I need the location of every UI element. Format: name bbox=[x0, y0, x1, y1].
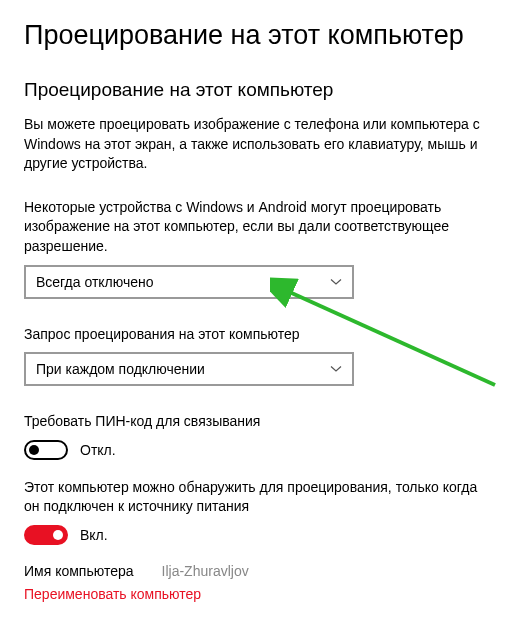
require-pin-toggle-label: Откл. bbox=[80, 442, 116, 458]
page-title: Проецирование на этот компьютер bbox=[24, 20, 481, 51]
ask-project-dropdown[interactable]: При каждом подключении bbox=[24, 352, 354, 386]
rename-computer-link[interactable]: Переименовать компьютер bbox=[24, 586, 201, 602]
description-text: Вы можете проецировать изображение с тел… bbox=[24, 115, 481, 174]
require-pin-setting-label: Требовать ПИН-код для связывания bbox=[24, 412, 481, 432]
discoverable-toggle[interactable] bbox=[24, 525, 68, 545]
ask-project-setting-label: Запрос проецирования на этот компьютер bbox=[24, 325, 481, 345]
availability-setting-label: Некоторые устройства с Windows и Android… bbox=[24, 198, 481, 257]
toggle-knob bbox=[53, 530, 63, 540]
chevron-down-icon bbox=[330, 363, 342, 375]
section-title: Проецирование на этот компьютер bbox=[24, 79, 481, 101]
chevron-down-icon bbox=[330, 276, 342, 288]
computer-name-label: Имя компьютера bbox=[24, 563, 134, 579]
availability-dropdown[interactable]: Всегда отключено bbox=[24, 265, 354, 299]
discoverable-setting-label: Этот компьютер можно обнаружить для прое… bbox=[24, 478, 481, 517]
discoverable-toggle-label: Вкл. bbox=[80, 527, 108, 543]
toggle-knob bbox=[29, 445, 39, 455]
require-pin-toggle[interactable] bbox=[24, 440, 68, 460]
availability-dropdown-value: Всегда отключено bbox=[36, 274, 154, 290]
ask-project-dropdown-value: При каждом подключении bbox=[36, 361, 205, 377]
computer-name-value: Ilja-Zhuravljov bbox=[162, 563, 249, 579]
